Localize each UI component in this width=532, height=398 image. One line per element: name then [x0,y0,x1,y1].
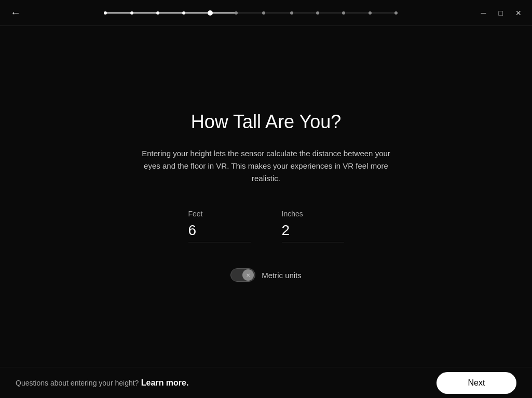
progress-dot-4 [208,10,213,16]
progress-dot-0 [104,11,107,15]
metric-toggle-row: ✕ Metric units [230,268,302,282]
progress-dot-1 [130,11,133,15]
inches-label: Inches [282,210,303,218]
title-bar: ← ─ □ ✕ [0,0,532,26]
title-bar-right: ─ □ ✕ [477,7,526,19]
progress-dot-6 [262,11,265,15]
bottom-bar: Questions about entering your height? Le… [0,367,532,398]
back-button[interactable]: ← [6,5,25,21]
toggle-knob: ✕ [242,269,254,281]
progress-dot-7 [290,11,293,15]
progress-dot-9 [342,11,345,15]
maximize-button[interactable]: □ [495,7,507,19]
help-text: Questions about entering your height? [16,379,139,387]
inches-input[interactable]: 2 [282,222,344,242]
title-bar-left: ← [6,5,25,21]
inches-field: Inches 2 [282,210,344,242]
progress-dot-11 [394,11,398,15]
height-inputs: Feet 6 Inches 2 [188,210,344,242]
progress-dot-5 [235,11,238,15]
progress-dot-8 [316,11,319,15]
progress-line-filled [105,12,236,13]
progress-dot-2 [156,11,159,15]
progress-bar-container [25,12,477,14]
progress-dot-10 [369,11,372,15]
metric-units-label: Metric units [262,271,302,280]
feet-input[interactable]: 6 [188,222,251,242]
main-content: How Tall Are You? Entering your height l… [0,26,532,367]
help-text-container: Questions about entering your height? Le… [16,378,188,388]
progress-dot-3 [182,11,185,15]
page-title: How Tall Are You? [191,111,342,133]
metric-units-toggle[interactable]: ✕ [230,268,255,282]
minimize-button[interactable]: ─ [477,7,490,19]
feet-label: Feet [188,210,203,218]
next-button[interactable]: Next [436,372,516,394]
close-button[interactable]: ✕ [511,7,526,19]
progress-track [105,12,396,14]
feet-field: Feet 6 [188,210,251,242]
page-description: Entering your height lets the sensor cal… [137,147,396,185]
learn-more-link[interactable]: Learn more. [141,378,189,387]
